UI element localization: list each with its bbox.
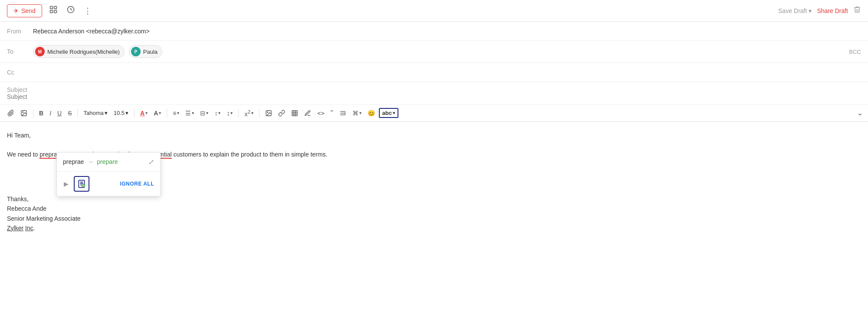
italic-button[interactable]: I — [47, 108, 53, 118]
suggestion-bottom-row: ▶ IGNORE ALL — [57, 172, 160, 196]
indent-icon: ⊟ — [200, 110, 205, 117]
text-direction-chevron-icon: ▾ — [218, 111, 220, 115]
font-chevron-icon: ▾ — [105, 110, 108, 116]
insert-image-button[interactable] — [263, 108, 274, 118]
spellcheck-chevron-icon: ▾ — [393, 111, 395, 115]
bold-icon: B — [39, 110, 43, 117]
indent-button[interactable]: ⊟ ▾ — [198, 108, 210, 118]
template-icon-button[interactable] — [47, 3, 59, 18]
formatting-toolbar: B I U S Tahoma ▾ 10.5 ▾ A ▾ A ▾ ≡ ▾ ☰ ▾ … — [0, 105, 868, 122]
send-button[interactable]: ✈ Send — [7, 4, 42, 17]
email-signature: Thanks, Rebecca Ande Senior Marketing As… — [7, 194, 861, 233]
format-options-button[interactable]: ⌘ ▾ — [350, 108, 364, 118]
emoji-button[interactable]: 😊 — [365, 108, 377, 118]
spell-suggestion-popup: preprae → prepare ⤢ ▶ IGNORE ALL — [56, 152, 161, 196]
subject-input[interactable] — [7, 93, 861, 100]
attach-file-button[interactable] — [5, 108, 16, 118]
recipient-paula[interactable]: P Paula — [129, 45, 162, 58]
recipient-michelle-name: Michelle Rodrigues(Michelle) — [47, 49, 120, 55]
bold-button[interactable]: B — [37, 108, 46, 118]
superscript-button[interactable]: x2 ▾ — [242, 108, 255, 119]
bcc-label[interactable]: BCC — [849, 49, 861, 55]
email-body[interactable]: Hi Team, We need to preprae a presentati… — [0, 122, 868, 252]
underline-button[interactable]: U — [55, 108, 64, 118]
share-draft-button[interactable]: Share Draft — [817, 7, 848, 14]
strikethrough-button[interactable]: S — [66, 108, 74, 118]
insert-table-button[interactable] — [289, 108, 300, 118]
spellcheck-icon: abc — [382, 110, 392, 116]
share-draft-label: Share Draft — [817, 7, 848, 14]
from-row: From Rebecca Anderson <rebecca@zylker.co… — [0, 22, 868, 41]
insert-link-button[interactable] — [276, 108, 287, 118]
spellcheck-button[interactable]: abc ▾ — [379, 108, 398, 118]
expand-toolbar-button[interactable]: ⌄ — [857, 109, 863, 117]
doc-icon-button[interactable] — [74, 176, 89, 192]
font-color-chevron-icon: ▾ — [145, 111, 148, 115]
more-options-button[interactable]: ⋮ — [82, 4, 93, 17]
original-word: preprae — [63, 158, 84, 165]
signature-name: Rebecca Ande — [7, 204, 861, 213]
toolbar-divider-6 — [259, 109, 260, 118]
font-selector[interactable]: Tahoma ▾ — [81, 108, 109, 118]
expand-suggestion-icon[interactable]: ⤢ — [148, 158, 154, 166]
font-size-value: 10.5 — [114, 110, 125, 116]
attach-image-button[interactable] — [18, 108, 30, 118]
send-label: Send — [21, 7, 36, 14]
highlight-color-button[interactable]: A ▾ — [151, 108, 163, 118]
company-inc: Inc — [25, 225, 33, 232]
reminder-icon-button[interactable] — [65, 3, 77, 18]
cc-label: Cc — [7, 69, 33, 76]
recipients-list: M Michelle Rodrigues(Michelle) P Paula — [33, 45, 165, 58]
list-icon: ☰ — [185, 110, 191, 117]
align-button[interactable]: ≡ ▾ — [171, 108, 181, 118]
svg-rect-3 — [54, 10, 56, 13]
suggestion-text: preprae → prepare — [63, 158, 118, 165]
subject-row: Subject — [0, 82, 868, 105]
ignore-all-button[interactable]: IGNORE ALL — [120, 181, 154, 187]
suggestion-top-row: preprae → prepare ⤢ — [57, 153, 160, 172]
signature-button[interactable] — [302, 108, 313, 118]
italic-icon: I — [49, 110, 51, 117]
to-label: To — [7, 48, 33, 55]
toolbar-divider-1 — [33, 109, 33, 118]
align-icon: ≡ — [173, 110, 176, 117]
company-name: Zylker — [7, 225, 23, 232]
code-icon: <> — [317, 110, 325, 117]
code-button[interactable]: <> — [315, 108, 327, 118]
delete-button[interactable] — [853, 6, 861, 16]
top-bar: ✈ Send ⋮ Save Draft ▾ Share Draft — [0, 0, 868, 22]
indent-chevron-icon: ▾ — [206, 111, 208, 115]
horizontal-rule-button[interactable] — [337, 108, 349, 118]
font-color-button[interactable]: A ▾ — [138, 108, 150, 118]
text-direction-icon: ↕ — [214, 110, 217, 117]
save-draft-chevron-icon: ▾ — [809, 7, 812, 14]
svg-point-8 — [267, 111, 268, 112]
company-period: . — [33, 225, 35, 232]
blockquote-icon: " — [331, 109, 333, 117]
svg-rect-1 — [54, 7, 56, 9]
top-bar-left: ✈ Send ⋮ — [7, 3, 93, 18]
save-draft-label: Save Draft — [778, 7, 807, 14]
expand-icon: ⌄ — [857, 109, 863, 117]
recipient-paula-name: Paula — [143, 49, 158, 55]
suggested-correction[interactable]: prepare — [97, 158, 118, 165]
line-spacing-icon: ↨ — [227, 110, 230, 117]
prev-suggestion-button[interactable]: ▶ — [63, 180, 69, 188]
save-draft-button[interactable]: Save Draft ▾ — [778, 7, 812, 14]
font-size-selector[interactable]: 10.5 ▾ — [112, 108, 131, 118]
avatar-michelle: M — [35, 47, 45, 56]
svg-rect-9 — [292, 111, 297, 116]
top-bar-right: Save Draft ▾ Share Draft — [778, 6, 861, 16]
blockquote-button[interactable]: " — [329, 108, 335, 118]
emoji-icon: 😊 — [368, 110, 375, 117]
recipient-michelle[interactable]: M Michelle Rodrigues(Michelle) — [33, 45, 125, 58]
list-button[interactable]: ☰ ▾ — [183, 108, 196, 118]
font-color-icon: A — [140, 110, 145, 117]
avatar-paula: P — [131, 47, 141, 56]
line-spacing-button[interactable]: ↨ ▾ — [224, 108, 235, 118]
text-direction-button[interactable]: ↕ ▾ — [212, 108, 223, 118]
svg-rect-0 — [50, 7, 53, 9]
svg-rect-2 — [50, 10, 53, 13]
svg-point-6 — [23, 111, 23, 112]
highlight-chevron-icon: ▾ — [159, 111, 161, 115]
